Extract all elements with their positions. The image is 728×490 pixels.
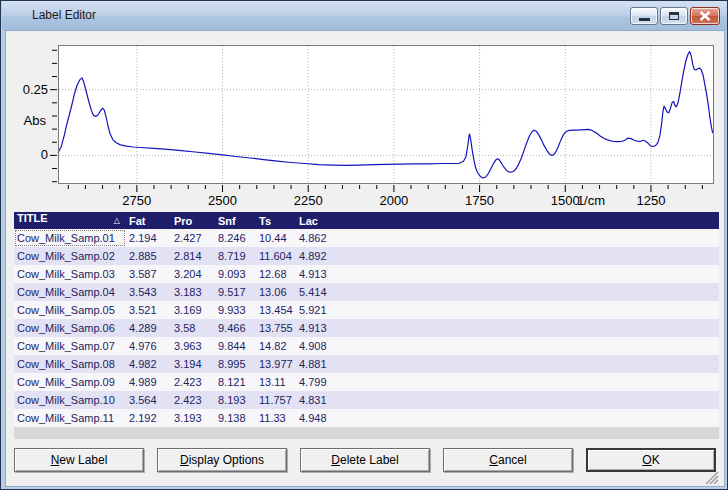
cell-pro[interactable]: 3.183	[171, 283, 215, 301]
cell-snf[interactable]: 9.517	[215, 283, 256, 301]
cell-fat[interactable]: 3.564	[126, 391, 171, 409]
cell-ts[interactable]: 13.755	[256, 319, 296, 337]
cell-fat[interactable]: 4.976	[126, 337, 171, 355]
cell-ts[interactable]: 13.454	[256, 301, 296, 319]
cell-lac[interactable]: 4.881	[296, 355, 719, 373]
cell-pro[interactable]: 3.169	[171, 301, 215, 319]
cell-ts[interactable]: 13.977	[256, 355, 296, 373]
table-row[interactable]: Cow_Milk_Samp.053.5213.1699.93313.4545.9…	[14, 301, 719, 319]
cell-title[interactable]: Cow_Milk_Samp.06	[14, 319, 126, 337]
x-tick-label: 2250	[294, 193, 323, 208]
cell-pro[interactable]: 3.204	[171, 265, 215, 283]
cell-snf[interactable]: 9.933	[215, 301, 256, 319]
cell-fat[interactable]: 3.587	[126, 265, 171, 283]
cell-pro[interactable]: 2.423	[171, 391, 215, 409]
title-bar[interactable]: Label Editor	[2, 1, 728, 30]
table-row[interactable]: Cow_Milk_Samp.012.1942.4278.24610.444.86…	[14, 229, 719, 247]
cell-ts[interactable]: 14.82	[256, 337, 296, 355]
window-controls	[630, 7, 720, 25]
table-row[interactable]: Cow_Milk_Samp.084.9823.1948.99513.9774.8…	[14, 355, 719, 373]
maximize-button[interactable]	[660, 7, 688, 25]
table-row[interactable]: Cow_Milk_Samp.033.5873.2049.09312.684.91…	[14, 265, 719, 283]
cell-lac[interactable]: 4.799	[296, 373, 719, 391]
cell-lac[interactable]: 5.921	[296, 301, 719, 319]
cell-fat[interactable]: 3.543	[126, 283, 171, 301]
cell-lac[interactable]: 4.862	[296, 229, 719, 247]
close-icon	[699, 11, 711, 21]
y-axis-label: Abs	[24, 113, 47, 128]
resize-grip[interactable]	[704, 470, 719, 485]
cell-lac[interactable]: 5.414	[296, 283, 719, 301]
plot-area	[58, 45, 713, 183]
cell-snf[interactable]: 9.466	[215, 319, 256, 337]
column-header-snf[interactable]: Snf	[215, 212, 256, 229]
cell-ts[interactable]: 12.68	[256, 265, 296, 283]
cell-ts[interactable]: 11.604	[256, 247, 296, 265]
cell-pro[interactable]: 3.193	[171, 409, 215, 427]
cell-snf[interactable]: 8.246	[215, 229, 256, 247]
cell-fat[interactable]: 4.289	[126, 319, 171, 337]
x-tick-label: 1750	[465, 193, 494, 208]
cell-title[interactable]: Cow_Milk_Samp.08	[14, 355, 126, 373]
column-header-title[interactable]: TITLE△	[14, 212, 126, 229]
cell-snf[interactable]: 9.844	[215, 337, 256, 355]
cell-fat[interactable]: 2.885	[126, 247, 171, 265]
cell-snf[interactable]: 8.719	[215, 247, 256, 265]
table-row[interactable]: Cow_Milk_Samp.074.9763.9639.84414.824.90…	[14, 337, 719, 355]
table-row[interactable]: Cow_Milk_Samp.112.1923.1939.13811.334.94…	[14, 409, 719, 427]
cell-title[interactable]: Cow_Milk_Samp.11	[14, 409, 126, 427]
cell-snf[interactable]: 9.138	[215, 409, 256, 427]
cell-snf[interactable]: 8.121	[215, 373, 256, 391]
close-button[interactable]	[690, 7, 720, 25]
cancel-button[interactable]: Cancel	[443, 448, 573, 472]
column-header-fat[interactable]: Fat	[126, 212, 171, 229]
table-row[interactable]: Cow_Milk_Samp.094.9892.4238.12113.114.79…	[14, 373, 719, 391]
cell-title[interactable]: Cow_Milk_Samp.05	[14, 301, 126, 319]
cell-lac[interactable]: 4.908	[296, 337, 719, 355]
cell-snf[interactable]: 8.193	[215, 391, 256, 409]
cell-lac[interactable]: 4.831	[296, 391, 719, 409]
cell-pro[interactable]: 3.194	[171, 355, 215, 373]
cell-title[interactable]: Cow_Milk_Samp.04	[14, 283, 126, 301]
cell-pro[interactable]: 2.427	[171, 229, 215, 247]
cell-ts[interactable]: 13.06	[256, 283, 296, 301]
cell-fat[interactable]: 4.982	[126, 355, 171, 373]
column-header-ts[interactable]: Ts	[256, 212, 296, 229]
cell-fat[interactable]: 4.989	[126, 373, 171, 391]
table-row[interactable]: Cow_Milk_Samp.022.8852.8148.71911.6044.8…	[14, 247, 719, 265]
cell-title[interactable]: Cow_Milk_Samp.02	[14, 247, 126, 265]
ok-button[interactable]: OK	[586, 448, 716, 472]
display-options-button[interactable]: Display Options	[157, 448, 287, 472]
cell-pro[interactable]: 3.963	[171, 337, 215, 355]
cell-title[interactable]: Cow_Milk_Samp.07	[14, 337, 126, 355]
cell-lac[interactable]: 4.892	[296, 247, 719, 265]
cell-title[interactable]: Cow_Milk_Samp.10	[14, 391, 126, 409]
column-header-lac[interactable]: Lac	[296, 212, 719, 229]
delete-label-button[interactable]: Delete Label	[300, 448, 430, 472]
table-row[interactable]: Cow_Milk_Samp.103.5642.4238.19311.7574.8…	[14, 391, 719, 409]
cell-ts[interactable]: 11.757	[256, 391, 296, 409]
minimize-button[interactable]	[630, 7, 658, 25]
sort-ascending-icon: △	[114, 212, 120, 229]
cell-pro[interactable]: 2.814	[171, 247, 215, 265]
cell-fat[interactable]: 2.194	[126, 229, 171, 247]
cell-lac[interactable]: 4.948	[296, 409, 719, 427]
cell-pro[interactable]: 3.58	[171, 319, 215, 337]
cell-ts[interactable]: 13.11	[256, 373, 296, 391]
table-row[interactable]: Cow_Milk_Samp.043.5433.1839.51713.065.41…	[14, 283, 719, 301]
cell-pro[interactable]: 2.423	[171, 373, 215, 391]
new-label-button[interactable]: New Label	[14, 448, 144, 472]
cell-fat[interactable]: 3.521	[126, 301, 171, 319]
cell-fat[interactable]: 2.192	[126, 409, 171, 427]
cell-snf[interactable]: 9.093	[215, 265, 256, 283]
cell-lac[interactable]: 4.913	[296, 319, 719, 337]
cell-title[interactable]: Cow_Milk_Samp.09	[14, 373, 126, 391]
cell-title[interactable]: Cow_Milk_Samp.03	[14, 265, 126, 283]
cell-ts[interactable]: 10.44	[256, 229, 296, 247]
cell-ts[interactable]: 11.33	[256, 409, 296, 427]
cell-lac[interactable]: 4.913	[296, 265, 719, 283]
cell-title[interactable]: Cow_Milk_Samp.01	[14, 229, 126, 247]
table-row[interactable]: Cow_Milk_Samp.064.2893.589.46613.7554.91…	[14, 319, 719, 337]
cell-snf[interactable]: 8.995	[215, 355, 256, 373]
column-header-pro[interactable]: Pro	[171, 212, 215, 229]
